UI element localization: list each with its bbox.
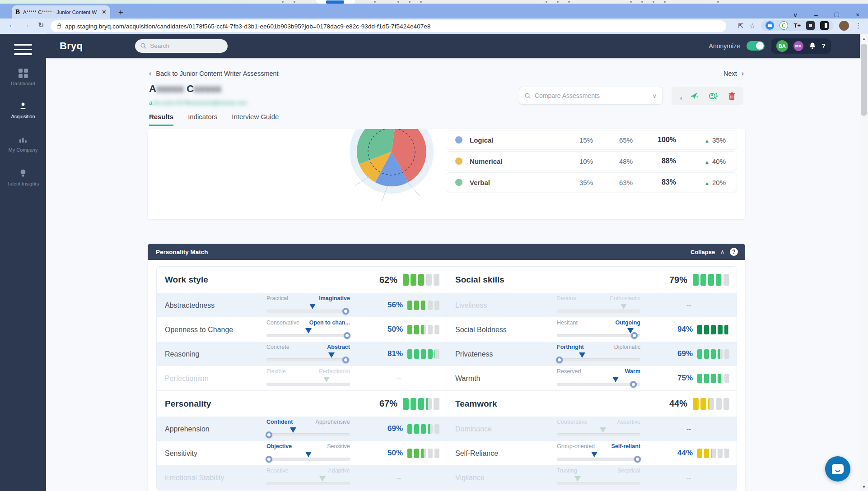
window-close-icon[interactable]: × bbox=[847, 11, 868, 19]
forward-navigation-icon[interactable]: → bbox=[23, 21, 30, 29]
slider-right-label: Self-reliant bbox=[611, 443, 640, 449]
new-tab-button[interactable]: + bbox=[118, 9, 123, 17]
candidate-marker-triangle-icon bbox=[290, 427, 296, 433]
score-bars bbox=[407, 349, 439, 359]
score-bars bbox=[403, 274, 439, 286]
os-top-strip bbox=[0, 0, 868, 4]
collapse-button[interactable]: Collapse bbox=[691, 249, 715, 255]
trait-score-value: 44% bbox=[677, 449, 693, 458]
scrollbar-up-arrow-icon[interactable]: ▲ bbox=[860, 37, 868, 41]
page-scrollbar[interactable]: ▲ ▼ bbox=[860, 34, 868, 491]
score-col1: 15% bbox=[561, 136, 593, 144]
address-bar[interactable]: app.staging.bryq.com/acquisition/candida… bbox=[51, 20, 726, 32]
scrollbar-down-arrow-icon[interactable]: ▼ bbox=[860, 485, 868, 489]
trait-slider: Group-orientedSelf-reliant bbox=[557, 443, 640, 464]
bulb-icon bbox=[0, 168, 46, 179]
notifications-bell-icon[interactable] bbox=[809, 42, 816, 50]
reload-icon[interactable]: ↻ bbox=[38, 21, 44, 29]
triangle-up-icon: ▲ bbox=[705, 159, 709, 165]
send-invite-button[interactable]: + bbox=[690, 92, 699, 100]
trait-label: Emotional Stability bbox=[165, 474, 224, 482]
trait-label: Vigilance bbox=[455, 474, 485, 482]
browser-menu-kebab-icon[interactable]: ⋮ bbox=[855, 22, 862, 30]
scrollbar-thumb[interactable] bbox=[861, 44, 867, 116]
slider-right-label: Sensitive bbox=[327, 443, 350, 449]
trait-row-social-boldness: Social BoldnessHesitantOutgoing94% bbox=[447, 317, 737, 342]
score-col3: 88% bbox=[633, 157, 676, 165]
os-dot bbox=[397, 1, 399, 3]
sidebar-item-dashboard[interactable]: Dashboard bbox=[0, 68, 46, 86]
back-to-assessment-link[interactable]: ‹Back to Junior Content Writer Assessmen… bbox=[149, 69, 279, 78]
hamburger-menu-icon[interactable] bbox=[14, 44, 32, 58]
tab-close-icon[interactable]: ✕ bbox=[102, 9, 107, 15]
window-restore-icon[interactable] bbox=[826, 11, 847, 19]
score-delta: ▲35% bbox=[676, 136, 726, 144]
share-icon[interactable]: ⇱ bbox=[738, 22, 743, 29]
zoom-extension-icon[interactable] bbox=[765, 21, 774, 30]
trait-row-openness-to-change: Openness to ChangeConservativeOpen to ch… bbox=[157, 317, 447, 342]
personality-help-icon[interactable]: ? bbox=[730, 248, 738, 256]
slider-right-label: Abstract bbox=[327, 344, 350, 350]
trait-score: -- bbox=[648, 417, 729, 441]
chevron-right-icon: › bbox=[742, 69, 744, 77]
window-menu-chevron-icon[interactable]: ∨ bbox=[785, 11, 806, 19]
trait-slider: ConfidentApprehensive bbox=[266, 419, 350, 440]
sidebar-item-acquisition[interactable]: Acquisition bbox=[0, 101, 46, 119]
score-bars bbox=[697, 449, 729, 458]
tab-interview-guide[interactable]: Interview Guide bbox=[232, 113, 279, 126]
slider-track bbox=[557, 482, 640, 485]
intercom-chat-button[interactable] bbox=[825, 456, 850, 482]
trait-row-vigilance: VigilanceTrustingSkeptical-- bbox=[447, 465, 737, 490]
dark-extension-icon[interactable] bbox=[820, 21, 829, 30]
personality-match-title: Personality Match bbox=[156, 249, 208, 255]
green-extension-icon[interactable] bbox=[779, 21, 788, 30]
bookmark-star-icon[interactable]: ☆ bbox=[749, 22, 755, 30]
profile-avatar[interactable] bbox=[839, 21, 849, 31]
tab-indicators[interactable]: Indicators bbox=[188, 113, 217, 126]
candidate-marker-triangle-icon bbox=[579, 352, 585, 358]
next-candidate-link[interactable]: Next› bbox=[723, 69, 744, 78]
lock-icon[interactable] bbox=[57, 25, 61, 28]
section-title: Work style bbox=[165, 275, 208, 285]
window-minimize-icon[interactable]: – bbox=[806, 11, 826, 19]
compare-assessments-select[interactable]: Compare Assessments ∨ bbox=[519, 87, 663, 105]
browser-tab[interactable]: B A***** C***** - Junior Content W ✕ bbox=[12, 5, 110, 19]
slider-track bbox=[557, 310, 640, 313]
section-header-personality: Personality67% bbox=[157, 390, 447, 417]
trait-score: 69% bbox=[358, 417, 439, 441]
slider-right-label: Enthusiastic bbox=[610, 295, 640, 301]
slider-track bbox=[557, 433, 640, 436]
back-navigation-icon[interactable]: ← bbox=[8, 21, 15, 29]
score-bars bbox=[697, 349, 729, 359]
delete-candidate-button[interactable] bbox=[728, 92, 735, 100]
help-icon[interactable]: ? bbox=[821, 42, 826, 50]
avatar-ma[interactable]: MA bbox=[793, 41, 803, 51]
job-profile-marker-ring-icon bbox=[631, 332, 638, 339]
cognitive-score-row-logical: Logical15%65%100%▲35% bbox=[446, 130, 737, 150]
trait-score-value: 69% bbox=[387, 424, 403, 433]
avatar-ba[interactable]: BA bbox=[776, 40, 788, 52]
sidebar-item-talent-insights[interactable]: Talent Insights bbox=[0, 168, 46, 186]
trait-row-liveliness: LivelinessSeriousEnthusiastic-- bbox=[447, 293, 737, 317]
text-extension-icon[interactable]: T+ bbox=[793, 22, 801, 29]
search-input[interactable]: Search bbox=[135, 39, 228, 53]
slider-right-label: Warm bbox=[625, 368, 640, 375]
candidate-name: Axxxxx Cxxxxx bbox=[149, 83, 221, 95]
trait-score: 56% bbox=[358, 293, 439, 317]
trait-score-value: 94% bbox=[677, 325, 693, 334]
share-candidate-button[interactable] bbox=[709, 92, 718, 100]
sidebar-item-my-company[interactable]: My Company bbox=[0, 134, 46, 153]
slider-right-label: Perfectionist bbox=[319, 368, 350, 375]
anonymize-toggle[interactable] bbox=[747, 41, 765, 51]
puzzle-extension-icon[interactable] bbox=[806, 21, 815, 30]
trait-slider: HesitantOutgoing bbox=[557, 320, 640, 340]
score-label: Numerical bbox=[466, 157, 561, 165]
score-bars bbox=[407, 424, 439, 434]
chevron-up-icon[interactable]: ∧ bbox=[720, 249, 724, 255]
section-score-value: 79% bbox=[669, 275, 687, 285]
trait-label: Reasoning bbox=[165, 350, 200, 358]
bryq-logo[interactable]: Bryq bbox=[60, 40, 83, 52]
tab-results[interactable]: Results bbox=[149, 113, 173, 126]
cognitive-score-row-verbal: Verbal35%63%83%▲20% bbox=[446, 172, 737, 192]
chevron-left-icon: ‹ bbox=[149, 69, 151, 77]
